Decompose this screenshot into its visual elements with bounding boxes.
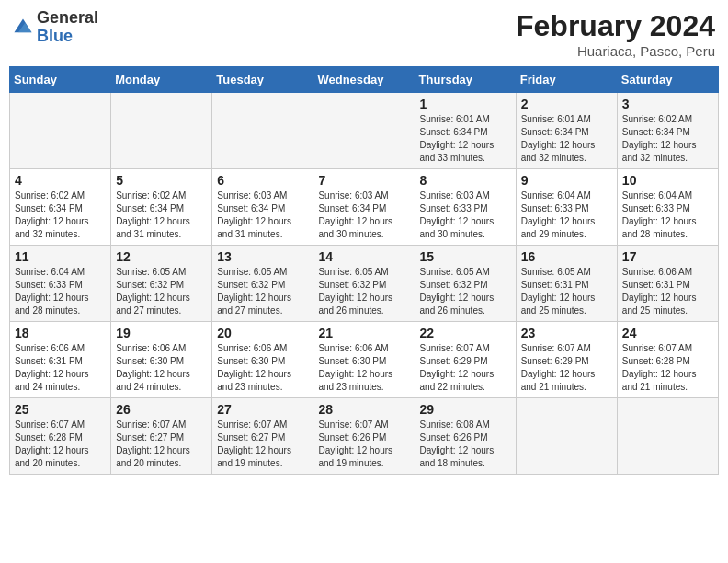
day-info-line: Daylight: 12 hours: [622, 215, 713, 228]
day-info-line: Sunset: 6:33 PM: [15, 279, 106, 292]
weekday-header-monday: Monday: [111, 67, 212, 93]
day-info-line: Daylight: 12 hours: [318, 368, 409, 381]
logo: General Blue: [13, 9, 98, 46]
day-info-line: Daylight: 12 hours: [217, 292, 308, 304]
weekday-header-row: SundayMondayTuesdayWednesdayThursdayFrid…: [10, 67, 719, 93]
day-number: 11: [15, 249, 106, 264]
day-number: 8: [420, 173, 511, 188]
day-info-line: and 22 minutes.: [420, 381, 511, 394]
day-info-line: Sunrise: 6:06 AM: [217, 342, 308, 355]
day-info-line: Sunset: 6:33 PM: [521, 202, 612, 215]
day-number: 3: [622, 97, 713, 111]
day-number: 28: [318, 402, 409, 417]
day-info-line: Sunrise: 6:02 AM: [622, 113, 713, 126]
day-info-line: Sunrise: 6:01 AM: [521, 113, 612, 126]
calendar-week-4: 18Sunrise: 6:06 AMSunset: 6:31 PMDayligh…: [10, 322, 719, 398]
day-info-line: and 19 minutes.: [318, 457, 409, 470]
day-info-line: and 28 minutes.: [15, 304, 106, 317]
day-info-line: Sunset: 6:34 PM: [318, 202, 409, 215]
day-info-line: Sunrise: 6:08 AM: [420, 419, 511, 431]
day-info-line: Sunset: 6:29 PM: [420, 355, 511, 368]
day-info-line: Sunrise: 6:05 AM: [420, 266, 511, 279]
day-info-line: and 24 minutes.: [116, 381, 207, 394]
weekday-header-thursday: Thursday: [415, 67, 516, 93]
day-info-line: Sunrise: 6:03 AM: [318, 190, 409, 202]
calendar-cell: 4Sunrise: 6:02 AMSunset: 6:34 PMDaylight…: [10, 169, 111, 246]
calendar-cell: 28Sunrise: 6:07 AMSunset: 6:26 PMDayligh…: [313, 398, 415, 475]
calendar-cell: [10, 93, 111, 169]
day-info-line: Sunset: 6:30 PM: [116, 355, 207, 368]
calendar-cell: 7Sunrise: 6:03 AMSunset: 6:34 PMDaylight…: [313, 169, 415, 246]
calendar-cell: 6Sunrise: 6:03 AMSunset: 6:34 PMDaylight…: [212, 169, 313, 246]
day-info-line: and 20 minutes.: [116, 457, 207, 470]
day-info-line: Sunset: 6:32 PM: [318, 279, 409, 292]
logo-line2: Blue: [37, 28, 98, 46]
day-number: 18: [15, 326, 106, 340]
day-number: 2: [521, 97, 612, 111]
day-info-line: and 19 minutes.: [217, 457, 308, 470]
weekday-header-sunday: Sunday: [10, 67, 111, 93]
day-info-line: Sunset: 6:34 PM: [217, 202, 308, 215]
day-info-line: and 28 minutes.: [622, 228, 713, 241]
weekday-header-tuesday: Tuesday: [212, 67, 313, 93]
day-info-line: Sunrise: 6:07 AM: [521, 342, 612, 355]
day-info-line: and 29 minutes.: [521, 228, 612, 241]
calendar-cell: 2Sunrise: 6:01 AMSunset: 6:34 PMDaylight…: [516, 93, 617, 169]
day-info-line: Daylight: 12 hours: [116, 292, 207, 304]
calendar-week-3: 11Sunrise: 6:04 AMSunset: 6:33 PMDayligh…: [10, 246, 719, 322]
day-number: 24: [622, 326, 713, 340]
day-number: 23: [521, 326, 612, 340]
day-info-line: and 25 minutes.: [622, 304, 713, 317]
day-info-line: Daylight: 12 hours: [318, 292, 409, 304]
day-number: 14: [318, 249, 409, 264]
day-number: 7: [318, 173, 409, 188]
day-info-line: Daylight: 12 hours: [521, 292, 612, 304]
day-info-line: and 21 minutes.: [622, 381, 713, 394]
day-info-line: and 24 minutes.: [15, 381, 106, 394]
day-info-line: Sunset: 6:28 PM: [15, 431, 106, 444]
calendar-cell: 11Sunrise: 6:04 AMSunset: 6:33 PMDayligh…: [10, 246, 111, 322]
calendar-cell: 14Sunrise: 6:05 AMSunset: 6:32 PMDayligh…: [313, 246, 415, 322]
day-info-line: Daylight: 12 hours: [521, 368, 612, 381]
day-number: 27: [217, 402, 308, 417]
day-number: 29: [420, 402, 511, 417]
day-info-line: Sunset: 6:27 PM: [116, 431, 207, 444]
day-info-line: Daylight: 12 hours: [420, 444, 511, 457]
day-info-line: and 18 minutes.: [420, 457, 511, 470]
day-number: 19: [116, 326, 207, 340]
calendar-cell: 22Sunrise: 6:07 AMSunset: 6:29 PMDayligh…: [415, 322, 516, 398]
day-info-line: Sunrise: 6:05 AM: [521, 266, 612, 279]
day-info-line: and 30 minutes.: [318, 228, 409, 241]
day-info-line: Sunrise: 6:07 AM: [420, 342, 511, 355]
day-info-line: and 23 minutes.: [217, 381, 308, 394]
day-info-line: Daylight: 12 hours: [15, 368, 106, 381]
day-info-line: Sunset: 6:31 PM: [622, 279, 713, 292]
day-info-line: Daylight: 12 hours: [521, 215, 612, 228]
day-info-line: Sunrise: 6:07 AM: [15, 419, 106, 431]
day-info-line: Sunrise: 6:07 AM: [217, 419, 308, 431]
day-info-line: Sunset: 6:30 PM: [217, 355, 308, 368]
calendar-cell: 12Sunrise: 6:05 AMSunset: 6:32 PMDayligh…: [111, 246, 212, 322]
calendar-cell: [617, 398, 718, 475]
day-info-line: and 23 minutes.: [318, 381, 409, 394]
day-info-line: Sunset: 6:34 PM: [116, 202, 207, 215]
day-info-line: Daylight: 12 hours: [116, 368, 207, 381]
day-info-line: Sunset: 6:34 PM: [622, 126, 713, 139]
calendar-cell: [111, 93, 212, 169]
calendar-cell: 15Sunrise: 6:05 AMSunset: 6:32 PMDayligh…: [415, 246, 516, 322]
day-info-line: and 31 minutes.: [217, 228, 308, 241]
day-info-line: Sunrise: 6:06 AM: [116, 342, 207, 355]
day-info-line: Daylight: 12 hours: [15, 215, 106, 228]
day-number: 20: [217, 326, 308, 340]
day-number: 12: [116, 249, 207, 264]
calendar-week-2: 4Sunrise: 6:02 AMSunset: 6:34 PMDaylight…: [10, 169, 719, 246]
logo-line1: General: [37, 9, 98, 28]
day-info-line: Sunset: 6:32 PM: [217, 279, 308, 292]
day-info-line: Sunset: 6:33 PM: [420, 202, 511, 215]
day-info-line: Daylight: 12 hours: [318, 215, 409, 228]
title-area: February 2024 Huariaca, Pasco, Peru: [516, 9, 715, 59]
day-info-line: and 32 minutes.: [622, 152, 713, 165]
day-info-line: Daylight: 12 hours: [217, 215, 308, 228]
calendar-cell: 5Sunrise: 6:02 AMSunset: 6:34 PMDaylight…: [111, 169, 212, 246]
day-info-line: Daylight: 12 hours: [420, 368, 511, 381]
